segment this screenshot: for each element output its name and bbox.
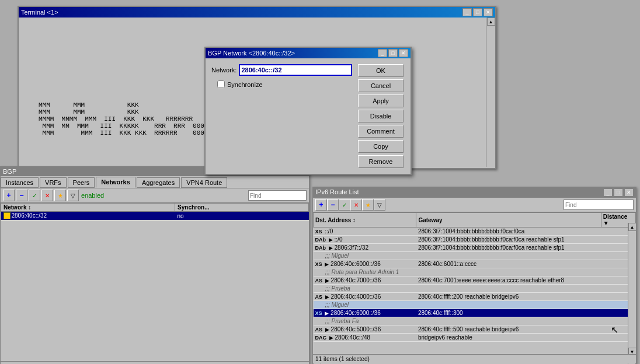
ipv6-scrollbar[interactable]: ▲ ▼	[628, 223, 636, 356]
ipv6-status-text: 11 items (1 selected)	[315, 356, 370, 362]
terminal-scrollbar[interactable]: ▲	[486, 18, 495, 167]
table-row[interactable]: ;;; Ruta para Router Admin 1	[314, 268, 636, 276]
disable-button[interactable]: Disable	[358, 110, 404, 123]
table-row[interactable]: XS ▶ 2806:40c:6000::/36 2806:40c:ffff::3…	[314, 309, 636, 317]
bgp-dialog-controls[interactable]: _ □ ✕	[378, 49, 408, 57]
sync-cell: no	[175, 212, 309, 220]
table-row[interactable]: ;;; Prueba Fa	[314, 317, 636, 326]
ipv6-maximize-btn[interactable]: □	[614, 188, 623, 197]
table-row[interactable]: DAb ▶ ::/0 2806:3f7:1004:bbbb:bbbb:bbbb:…	[314, 236, 636, 244]
check-btn[interactable]: ✓	[29, 190, 40, 201]
scroll-up-arrow[interactable]: ▲	[487, 18, 495, 26]
synchronize-row[interactable]: Synchronize	[217, 80, 352, 88]
synchronize-label: Synchronize	[227, 81, 263, 88]
bgp-panel-tabs[interactable]: Instances VRFs Peers Networks Aggregates…	[1, 176, 309, 188]
bgp-dialog-left: Network: Synchronize	[211, 64, 352, 168]
table-row[interactable]: AS ▶ 2806:40c:7000::/36 2806:40c:7001:ee…	[314, 276, 636, 285]
copy-button[interactable]: Copy	[358, 140, 404, 153]
mouse-cursor: ↖	[611, 324, 618, 335]
networks-table: Network ↕ Synchron... 2806:40c::/32 no	[1, 203, 309, 220]
bgp-panel-title: BGP	[3, 168, 16, 175]
tab-networks[interactable]: Networks	[96, 177, 135, 188]
comment-button[interactable]: Comment	[358, 125, 404, 138]
ipv6-add-btn[interactable]: +	[315, 199, 327, 211]
ipv6-table-container: Dst. Address ↕ Gateway Distance ▼ XS ::/…	[313, 212, 636, 356]
ipv6-x-btn[interactable]: ✕	[350, 199, 362, 211]
table-row[interactable]: ;;; Miguel	[314, 301, 636, 309]
tab-instances[interactable]: Instances	[1, 177, 39, 188]
ipv6-filter-btn[interactable]: ▽	[374, 199, 385, 211]
ipv6-panel-title: IPv6 Route List	[315, 188, 359, 197]
ipv6-status-bar: 11 items (1 selected)	[313, 354, 636, 363]
ipv6-minimize-btn[interactable]: _	[603, 188, 613, 197]
scroll-up[interactable]: ▲	[628, 223, 636, 231]
terminal-title: Terminal <1>	[21, 9, 58, 16]
remove-button[interactable]: Remove	[358, 155, 404, 168]
table-row[interactable]: DAC ▶ 2806:40c::/48 bridgeipv6 reachable	[314, 334, 636, 342]
col-synchron[interactable]: Synchron...	[175, 204, 309, 212]
table-row[interactable]: ;;; Prueba	[314, 285, 636, 293]
bgp-toolbar: + − ✓ ✕ ★ ▽	[3, 190, 79, 201]
bgp-dialog-minimize[interactable]: _	[378, 49, 387, 57]
bgp-dialog-titlebar: BGP Network <2806:40c::/32> _ □ ✕	[206, 48, 411, 58]
network-field-row: Network:	[211, 64, 352, 76]
table-row[interactable]: 2806:40c::/32 no	[1, 212, 309, 220]
bgp-panel: BGP Instances VRFs Peers Networks Aggreg…	[0, 166, 309, 364]
ipv6-close-btn[interactable]: ✕	[624, 188, 634, 197]
star-btn[interactable]: ★	[54, 190, 66, 201]
tab-peers[interactable]: Peers	[68, 177, 95, 188]
ipv6-routes-table: Dst. Address ↕ Gateway Distance ▼ XS ::/…	[313, 212, 636, 342]
network-cell: 2806:40c::/32	[1, 212, 175, 220]
bgp-dialog-title: BGP Network <2806:40c::/32>	[208, 50, 295, 57]
ipv6-panel: IPv6 Route List _ □ ✕ + − ✓ ✕ ★ ▽ Dst. A…	[312, 187, 636, 364]
tab-vpn4route[interactable]: VPN4 Route	[181, 177, 227, 188]
table-row[interactable]: XS ▶ 2806:40c:6000::/36 2806:40c:6001::a…	[314, 260, 636, 268]
ipv6-remove-btn[interactable]: −	[327, 199, 339, 211]
remove-btn[interactable]: −	[16, 190, 27, 201]
table-row[interactable]: AS ▶ 2806:40c:5000::/36 2806:40c:ffff::5…	[314, 326, 636, 334]
ipv6-find-input[interactable]	[564, 200, 634, 210]
bgp-find-input[interactable]	[248, 190, 307, 201]
bgp-dialog-buttons: OK Cancel Apply Disable Comment Copy Rem…	[358, 64, 405, 168]
apply-button[interactable]: Apply	[358, 94, 404, 107]
close-button[interactable]: ✕	[484, 8, 493, 16]
network-label: Network:	[211, 66, 236, 74]
cancel-button[interactable]: Cancel	[358, 79, 404, 92]
network-input[interactable]	[239, 64, 352, 76]
ipv6-check-btn[interactable]: ✓	[339, 199, 350, 211]
tab-aggregates[interactable]: Aggregates	[137, 177, 180, 188]
bgp-network-dialog: BGP Network <2806:40c::/32> _ □ ✕ Networ…	[204, 47, 412, 175]
enabled-label: enabled	[79, 191, 106, 200]
ipv6-panel-titlebar: IPv6 Route List _ □ ✕	[313, 187, 636, 198]
terminal-controls[interactable]: _ □ ✕	[462, 8, 493, 16]
col-dst-address[interactable]: Dst. Address ↕	[314, 213, 416, 228]
table-row[interactable]: ;;; Miguel	[314, 252, 636, 260]
terminal-titlebar: Terminal <1> _ □ ✕	[19, 7, 495, 18]
filter-btn[interactable]: ▽	[67, 190, 79, 201]
maximize-button[interactable]: □	[473, 8, 482, 16]
col-network[interactable]: Network ↕	[1, 204, 175, 212]
x-btn[interactable]: ✕	[41, 190, 53, 201]
minimize-button[interactable]: _	[462, 8, 472, 16]
bgp-dialog-maximize[interactable]: □	[388, 49, 398, 57]
col-gateway[interactable]: Gateway	[416, 213, 601, 228]
ipv6-toolbar: + − ✓ ✕ ★ ▽	[313, 198, 636, 212]
synchronize-checkbox[interactable]	[217, 80, 225, 88]
bgp-status-bar	[1, 361, 309, 364]
bgp-panel-content: Network ↕ Synchron... 2806:40c::/32 no	[1, 203, 309, 364]
ipv6-star-btn[interactable]: ★	[362, 199, 374, 211]
table-row[interactable]: AS ▶ 2806:40c:4000::/36 2806:40c:ffff::2…	[314, 293, 636, 301]
ipv6-panel-controls[interactable]: _ □ ✕	[603, 188, 634, 197]
table-row[interactable]: DAb ▶ 2806:3f7::/32 2806:3f7:1004:bbbb:b…	[314, 244, 636, 252]
bgp-dialog-content: Network: Synchronize OK Cancel Apply Dis…	[206, 58, 411, 174]
add-btn[interactable]: +	[3, 190, 15, 201]
table-row[interactable]: XS ::/0 2806:3f7:1004:bbbb:bbbb:bbbb:f0c…	[314, 228, 636, 236]
network-icon	[4, 212, 11, 219]
bgp-dialog-close[interactable]: ✕	[399, 49, 408, 57]
ok-button[interactable]: OK	[358, 64, 404, 77]
tab-vrfs[interactable]: VRFs	[40, 177, 67, 188]
